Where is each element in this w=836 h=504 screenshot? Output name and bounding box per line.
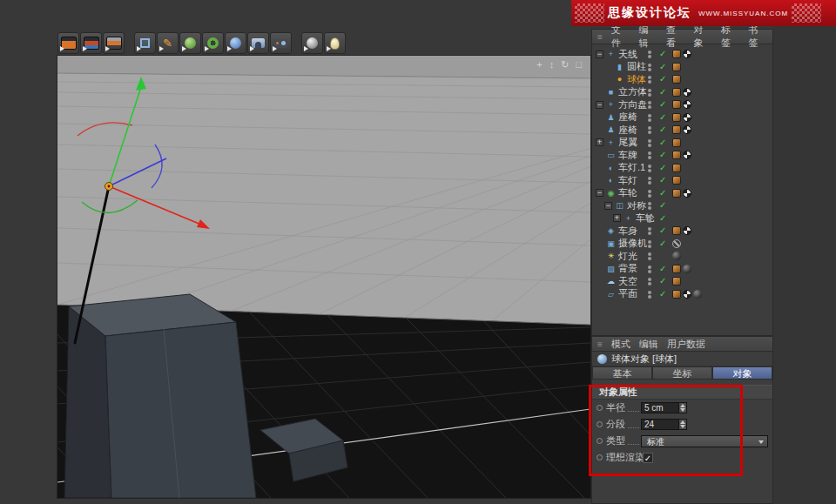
phong-tag-icon[interactable] — [672, 164, 681, 172]
render-settings-button[interactable] — [103, 32, 125, 54]
add-deformer-button[interactable] — [202, 32, 224, 54]
expand-toggle-icon[interactable]: − — [596, 101, 603, 109]
expand-toggle-icon[interactable]: − — [596, 50, 603, 58]
phong-tag-icon[interactable] — [672, 176, 681, 185]
enabled-check-icon[interactable]: ✓ — [659, 73, 666, 85]
add-environment-button[interactable] — [225, 32, 246, 54]
enabled-check-icon[interactable]: ✓ — [659, 111, 666, 124]
viewport-3d[interactable]: + ↕ ↻ □ — [57, 55, 591, 499]
enabled-check-icon[interactable]: ✓ — [659, 199, 666, 212]
phong-tag-icon[interactable] — [672, 277, 681, 286]
visibility-dots[interactable] — [648, 101, 651, 109]
visibility-dots[interactable] — [648, 278, 651, 286]
phong-tag-icon[interactable] — [672, 151, 681, 159]
tab-object[interactable]: 对象 — [712, 366, 772, 380]
add-generator-button[interactable] — [179, 32, 201, 54]
checker-tag-icon[interactable] — [683, 151, 691, 159]
expand-toggle-icon[interactable]: + — [613, 214, 621, 222]
dolly-icon[interactable]: ↕ — [549, 59, 555, 71]
phong-tag-icon[interactable] — [672, 265, 681, 273]
tree-item[interactable]: ▣摄像机✓ — [592, 238, 772, 251]
phong-tag-icon[interactable] — [672, 138, 681, 147]
compositing-tag-icon[interactable] — [683, 265, 691, 273]
visibility-dots[interactable] — [648, 252, 651, 260]
visibility-dots[interactable] — [648, 227, 651, 235]
enabled-check-icon[interactable]: ✓ — [659, 187, 666, 199]
phong-tag-icon[interactable] — [672, 88, 681, 97]
add-spline-button[interactable]: ✎ — [157, 32, 179, 54]
enabled-check-icon[interactable]: ✓ — [659, 288, 666, 300]
phong-tag-icon[interactable] — [672, 75, 681, 84]
grip-icon[interactable]: ≡ — [597, 339, 603, 349]
checker-tag-icon[interactable] — [683, 125, 691, 134]
phong-tag-icon[interactable] — [672, 189, 681, 198]
tree-item[interactable]: ◐车灯✓ — [592, 174, 772, 187]
visibility-dots[interactable] — [648, 151, 651, 159]
visibility-dots[interactable] — [648, 50, 651, 58]
tree-item[interactable]: ◐车灯.1✓ — [592, 162, 772, 175]
tab-coordinates[interactable]: 坐标 — [652, 366, 712, 380]
visibility-dots[interactable] — [648, 215, 651, 223]
visibility-dots[interactable] — [648, 177, 651, 185]
visibility-dots[interactable] — [648, 114, 651, 122]
enabled-check-icon[interactable]: ✓ — [659, 98, 666, 111]
keyframe-circle-icon[interactable] — [597, 438, 603, 444]
pan-icon[interactable]: + — [536, 59, 542, 71]
orbit-icon[interactable]: ↻ — [561, 59, 569, 71]
tree-item[interactable]: ++尾翼✓ — [592, 137, 772, 150]
checker-tag-icon[interactable] — [683, 50, 691, 58]
phong-tag-icon[interactable] — [672, 50, 681, 58]
visibility-dots[interactable] — [648, 190, 651, 198]
tree-item[interactable]: ▮圆柱✓ — [592, 61, 772, 74]
tree-item[interactable]: ++车轮✓ — [592, 212, 772, 225]
keyframe-circle-icon[interactable] — [597, 454, 603, 460]
grip-icon[interactable]: ≡ — [597, 32, 603, 42]
tree-item[interactable]: −+方向盘✓ — [592, 98, 772, 111]
render-view-button[interactable] — [57, 32, 79, 54]
render-perfect-checkbox[interactable]: ✓ — [643, 453, 653, 463]
menu-bookmarks[interactable]: 书签 — [749, 24, 768, 50]
checker-tag-icon[interactable] — [683, 88, 691, 97]
add-camera-button[interactable] — [270, 32, 292, 54]
checker-tag-icon[interactable] — [683, 189, 691, 198]
radius-stepper[interactable] — [679, 402, 687, 413]
enabled-check-icon[interactable]: ✓ — [659, 212, 666, 225]
menu-mode[interactable]: 模式 — [611, 338, 630, 351]
render-picture-viewer-button[interactable] — [80, 32, 102, 54]
visibility-dots[interactable] — [648, 76, 651, 84]
enabled-check-icon[interactable]: ✓ — [659, 48, 666, 60]
enabled-check-icon[interactable]: ✓ — [659, 61, 666, 73]
tree-item[interactable]: −+天线✓ — [592, 48, 772, 61]
tree-item[interactable]: ■立方体✓ — [592, 86, 772, 99]
phong-tag-icon[interactable] — [672, 100, 681, 109]
compositing-tag-icon[interactable] — [672, 252, 681, 260]
visibility-dots[interactable] — [648, 291, 651, 299]
menu-file[interactable]: 文件 — [611, 24, 630, 50]
phong-tag-icon[interactable] — [672, 226, 681, 235]
tree-item[interactable]: ▭车牌✓ — [592, 149, 772, 162]
enabled-check-icon[interactable]: ✓ — [659, 225, 666, 237]
enabled-check-icon[interactable]: ✓ — [659, 149, 666, 161]
tree-item[interactable]: −◫对称✓ — [592, 199, 772, 212]
menu-edit[interactable]: 编辑 — [638, 24, 657, 50]
visibility-dots[interactable] — [648, 240, 651, 248]
checker-tag-icon[interactable] — [683, 113, 691, 122]
tree-item[interactable]: ▨背景✓ — [592, 263, 772, 276]
phong-tag-icon[interactable] — [672, 125, 681, 134]
phong-tag-icon[interactable] — [672, 290, 681, 299]
segments-input[interactable]: 24 — [641, 419, 679, 430]
menu-object[interactable]: 对象 — [693, 24, 712, 50]
add-light-button[interactable] — [324, 32, 346, 54]
enabled-check-icon[interactable]: ✓ — [659, 263, 666, 275]
tree-item[interactable]: ▱平面✓ — [592, 288, 772, 301]
visibility-dots[interactable] — [648, 126, 651, 134]
tree-item[interactable]: ☀灯光 — [592, 250, 772, 263]
tab-basic[interactable]: 基本 — [592, 366, 652, 380]
segments-stepper[interactable] — [679, 419, 687, 430]
expand-toggle-icon[interactable]: − — [604, 202, 612, 210]
checker-tag-icon[interactable] — [683, 226, 691, 235]
visibility-dots[interactable] — [648, 265, 651, 273]
maximize-icon[interactable]: □ — [576, 59, 582, 71]
phong-tag-icon[interactable] — [672, 113, 681, 122]
compositing-tag-icon[interactable] — [693, 290, 702, 299]
